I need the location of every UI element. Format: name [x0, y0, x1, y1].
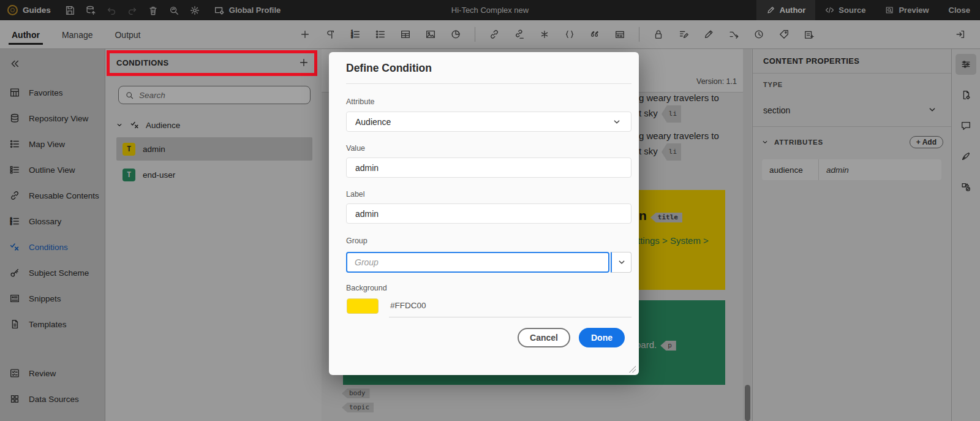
background-label: Background	[346, 284, 387, 292]
define-condition-dialog: Define Condition Attribute Audience Valu…	[329, 52, 639, 375]
label-label: Label	[346, 190, 365, 199]
cancel-button[interactable]: Cancel	[518, 328, 570, 347]
value-input[interactable]	[346, 157, 631, 178]
group-dropdown-button[interactable]	[611, 252, 631, 273]
attribute-label: Attribute	[346, 97, 375, 106]
resize-handle[interactable]	[629, 366, 636, 373]
dialog-title: Define Condition	[346, 62, 432, 75]
chevron-down-icon	[611, 116, 622, 127]
divider	[346, 83, 631, 84]
app-window: Guides Global Profile Hi-Tech Complex ne…	[0, 0, 980, 421]
attribute-select[interactable]: Audience	[346, 112, 631, 132]
label-input[interactable]	[346, 203, 631, 224]
group-input[interactable]	[346, 252, 609, 273]
hex-field-underline	[389, 317, 631, 317]
background-color-swatch[interactable]	[347, 298, 379, 314]
value-label: Value	[346, 144, 365, 153]
group-label: Group	[346, 237, 368, 245]
background-hex-value[interactable]: #FFDC00	[390, 301, 426, 310]
done-button[interactable]: Done	[579, 328, 625, 347]
